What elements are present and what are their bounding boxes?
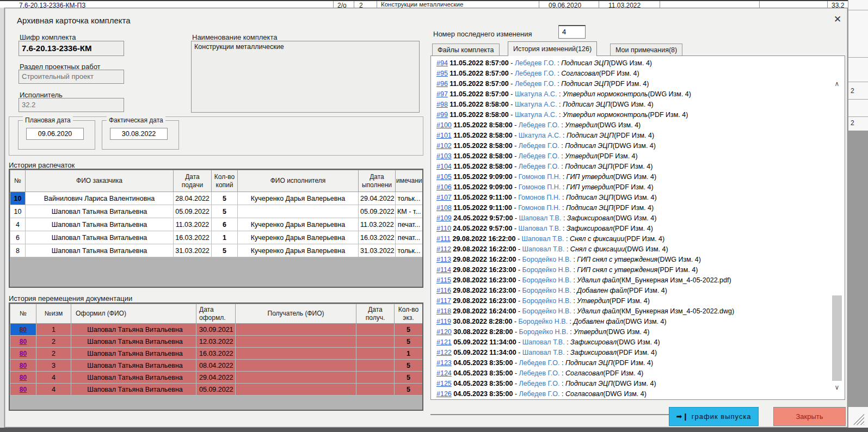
entry-number-link[interactable]: #115 (436, 276, 451, 284)
waybill-link[interactable]: 80 (20, 338, 27, 345)
entry-number-link[interactable]: #116 (436, 287, 451, 294)
history-entry[interactable]: #120 30.08.2022 8:28:00 - Бородейко Н.В.… (436, 327, 828, 337)
print-history-row[interactable]: 10Вайнилович Лариса Валентиновна28.04.20… (10, 192, 423, 205)
close-icon[interactable]: ✕ (830, 13, 845, 27)
close-button[interactable]: Закрыть (773, 407, 846, 426)
entry-number-link[interactable]: #117 (436, 297, 451, 305)
entry-number-link[interactable]: #100 (436, 121, 452, 129)
entry-number-link[interactable]: #102 (436, 142, 452, 150)
history-entry[interactable]: #125 04.05.2023 8:35:00 - Лебедев Г.О. :… (436, 379, 828, 389)
history-entry[interactable]: #95 11.05.2022 8:57:00 - Лебедев Г.О. : … (436, 69, 828, 79)
history-entry[interactable]: #102 11.05.2022 8:58:00 - Лебедев Г.О. :… (436, 141, 828, 151)
schedule-button[interactable]: ➡❙ график выпуска (669, 407, 759, 426)
history-entry[interactable]: #101 11.05.2022 8:58:00 - Шкатула А.С. :… (436, 131, 828, 141)
scrollbar-thumb[interactable] (832, 295, 842, 381)
waybill-link[interactable]: 80 (20, 374, 27, 381)
move-history-row[interactable]: 804Шаповал Татьяна Витальевна05.09.20225 (10, 384, 423, 396)
history-entry[interactable]: #100 11.05.2022 8:58:00 - Лебедев Г.О. :… (436, 120, 828, 131)
print-history-row[interactable]: 4Шаповал Татьяна Витальевна11.03.20226Ку… (10, 218, 423, 231)
move-history-row[interactable]: 801Шаповал Татьяна Витальевна30.09.20215 (10, 324, 423, 336)
entry-number-link[interactable]: #121 (436, 338, 452, 346)
history-entry[interactable]: #98 11.05.2022 8:58:00 - Шкатула А.С. : … (436, 100, 828, 110)
waybill-link[interactable]: 80 (20, 386, 27, 393)
history-entry[interactable]: #103 11.05.2022 8:58:00 - Лебедев Г.О. :… (436, 151, 828, 162)
entry-number-link[interactable]: #122 (436, 349, 452, 356)
history-entry[interactable]: #104 11.05.2022 8:58:00 - Лебедев Г.О. :… (436, 162, 828, 172)
history-entry[interactable]: #117 29.08.2022 16:23:00 - Бородейко Н.В… (436, 296, 828, 306)
entry-number-link[interactable]: #112 (436, 245, 451, 253)
history-entry[interactable]: #106 11.05.2022 9:09:00 - Гомонов П.Н. :… (436, 182, 828, 193)
history-entry[interactable]: #110 24.05.2022 9:57:00 - Шаповал Т.В. :… (436, 224, 828, 234)
entry-number-link[interactable]: #99 (436, 111, 448, 119)
waybill-link[interactable]: 80 (20, 350, 27, 357)
history-entry[interactable]: #108 11.05.2022 9:11:00 - Гомонов П.Н. :… (436, 203, 828, 213)
entry-number-link[interactable]: #123 (436, 359, 452, 367)
history-entry[interactable]: #96 11.05.2022 8:57:00 - Лебедев Г.О. : … (436, 79, 828, 89)
entry-number-link[interactable]: #97 (436, 90, 448, 98)
entry-number-link[interactable]: #108 (436, 204, 452, 212)
move-history-row[interactable]: 802Шаповал Татьяна Витальевна12.03.20225 (10, 336, 423, 348)
tab-change-history[interactable]: История изменений(126) (508, 41, 597, 56)
scroll-down-icon[interactable]: ∨ (832, 382, 842, 392)
history-entry[interactable]: #124 04.05.2023 8:35:00 - Лебедев Г.О. :… (436, 368, 828, 379)
history-entry[interactable]: #109 24.05.2022 9:57:00 - Шаповал Т.В. :… (436, 213, 828, 224)
history-entry[interactable]: #118 29.08.2022 16:24:00 - Бородейко Н.В… (436, 306, 828, 317)
history-entry[interactable]: #122 05.09.2022 11:34:00 - Шаповал Т.В. … (436, 348, 828, 358)
history-entry[interactable]: #114 29.08.2022 16:23:00 - Бородейко Н.В… (436, 265, 828, 275)
history-entry[interactable]: #105 11.05.2022 9:09:00 - Гомонов П.Н. :… (436, 172, 828, 182)
entry-number-link[interactable]: #120 (436, 328, 452, 336)
tab-files[interactable]: Файлы комплекта (432, 44, 500, 56)
history-entry[interactable]: #119 30.08.2022 8:28:00 - Бородейко Н.В.… (436, 317, 828, 327)
history-entry[interactable]: #121 05.09.2022 11:34:00 - Шаповал Т.В. … (436, 337, 828, 348)
entry-number-link[interactable]: #106 (436, 183, 452, 191)
move-history-row[interactable]: 803Шаповал Татьяна Витальевна08.04.20225 (10, 360, 423, 372)
plan-date-input[interactable]: 09.06.2020 (26, 128, 84, 140)
history-entry[interactable]: #107 11.05.2022 9:11:00 - Гомонов П.Н. :… (436, 193, 828, 203)
print-history-row[interactable]: 8Шаповал Татьяна Витальевна31.03.20225Ку… (10, 244, 423, 257)
scrollbar[interactable]: ∧ ∨ (830, 56, 844, 399)
history-entry[interactable]: #94 11.05.2022 8:57:00 - Лебедев Г.О. : … (436, 58, 828, 69)
entry-number-link[interactable]: #118 (436, 307, 451, 315)
waybill-link[interactable]: 80 (20, 326, 27, 334)
entry-number-link[interactable]: #125 (436, 380, 452, 387)
entry-number-link[interactable]: #119 (436, 318, 451, 325)
entry-datetime: 04.05.2023 8:35:00 (452, 390, 513, 398)
move-history-row[interactable]: 802Шаповал Татьяна Витальевна16.03.20221 (10, 348, 423, 360)
entry-number-link[interactable]: #110 (436, 225, 451, 232)
history-entry[interactable]: #113 29.08.2022 16:22:00 - Бородейко Н.В… (436, 255, 828, 265)
entry-number-link[interactable]: #103 (436, 152, 452, 160)
entry-datetime: 29.08.2022 16:22:00 (451, 235, 516, 243)
entry-number-link[interactable]: #111 (436, 235, 451, 243)
entry-number-link[interactable]: #126 (436, 390, 452, 398)
history-entry[interactable]: #99 11.05.2022 8:58:00 - Шкатула А.С. : … (436, 110, 828, 120)
history-entry[interactable]: #112 29.08.2022 16:22:00 - Шаповал Т.В. … (436, 244, 828, 255)
entry-number-link[interactable]: #95 (436, 70, 448, 77)
move-history-row[interactable]: 804Шаповал Татьяна Витальевна29.04.20225 (10, 372, 423, 384)
entry-number-link[interactable]: #113 (436, 256, 451, 263)
entry-number-link[interactable]: #94 (436, 59, 448, 67)
move-history-table: №№измОформил (ФИО)Дата оформл.Получатель… (9, 303, 423, 411)
entry-number-link[interactable]: #124 (436, 369, 452, 377)
waybill-link[interactable]: 80 (20, 362, 27, 369)
entry-number-link[interactable]: #104 (436, 163, 452, 170)
history-entry[interactable]: #111 29.08.2022 16:22:00 - Шаповал Т.В. … (436, 234, 828, 244)
print-history-row[interactable]: 6Шаповал Татьяна Витальевна16.03.20221Ку… (10, 231, 423, 244)
last-change-input[interactable]: 4 (558, 25, 586, 39)
entry-number-link[interactable]: #98 (436, 101, 448, 108)
history-entry[interactable]: #116 29.08.2022 16:23:00 - Бородейко Н.В… (436, 286, 828, 296)
entry-number-link[interactable]: #109 (436, 214, 452, 222)
history-entry[interactable]: #123 04.05.2023 8:35:00 - Лебедев Г.О. :… (436, 358, 828, 368)
scroll-up-icon[interactable]: ∧ (832, 79, 842, 89)
tab-my-notes[interactable]: Мои примечания(8) (610, 44, 682, 56)
entry-number-link[interactable]: #101 (436, 132, 452, 139)
history-entry[interactable]: #97 11.05.2022 8:57:00 - Шкатула А.С. : … (436, 89, 828, 100)
fact-date-input[interactable]: 30.08.2022 (110, 128, 168, 140)
history-entry[interactable]: #115 29.08.2022 16:23:00 - Бородейко Н.В… (436, 275, 828, 286)
entry-number-link[interactable]: #105 (436, 173, 452, 181)
entry-number-link[interactable]: #107 (436, 194, 452, 201)
entry-number-link[interactable]: #114 (436, 266, 451, 274)
cell (356, 372, 395, 384)
entry-number-link[interactable]: #96 (436, 80, 448, 88)
history-entry[interactable]: #126 04.05.2023 8:35:00 - Лебедев Г.О. :… (436, 389, 828, 399)
print-history-row[interactable]: 10Шаповал Татьяна Витальевна05.09.202250… (10, 205, 423, 218)
